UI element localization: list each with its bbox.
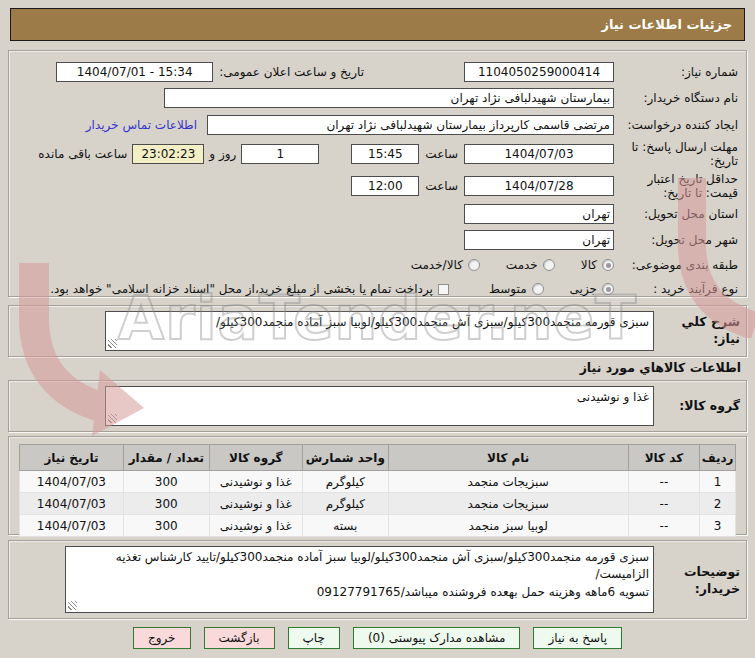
table-cell: غذا و نوشیدنی bbox=[209, 515, 302, 537]
remaining-time-field: 23:02:23 bbox=[132, 144, 204, 164]
col-item-name: نام کالا bbox=[388, 445, 628, 471]
table-cell: -- bbox=[628, 493, 700, 515]
delivery-province-field[interactable]: تهران bbox=[464, 204, 614, 224]
need-description-textarea[interactable]: سبزی قورمه منجمد300کیلو/سبزی آش منجمد300… bbox=[105, 311, 654, 351]
col-unit: واحد شمارش bbox=[302, 445, 388, 471]
col-quantity: تعداد / مقدار bbox=[123, 445, 209, 471]
radio-option-label: متوسط bbox=[489, 282, 527, 296]
buyer-org-field[interactable]: بیمارستان شهیدلبافی نژاد تهران bbox=[164, 88, 614, 108]
radio-option-label: کالا bbox=[581, 258, 597, 272]
need-number-field[interactable]: 1104050259000414 bbox=[464, 62, 614, 82]
table-cell: غذا و نوشیدنی bbox=[209, 493, 302, 515]
row-delivery-province: استان محل تحویل: تهران bbox=[15, 203, 738, 225]
radio-icon[interactable] bbox=[468, 259, 480, 271]
remaining-days-field: 1 bbox=[241, 144, 319, 164]
table-cell: 1 bbox=[700, 471, 736, 493]
radio-option-label: کالا/خدمت bbox=[411, 258, 463, 272]
checkbox-icon[interactable] bbox=[438, 284, 449, 295]
radio-icon[interactable] bbox=[532, 283, 544, 295]
table-cell: کیلوگرم bbox=[302, 493, 388, 515]
buyer-notes-textarea[interactable]: سبزی قورمه منجمد300کیلو/سبزی آش منجمد300… bbox=[65, 546, 654, 613]
table-cell: 3 bbox=[700, 515, 736, 537]
delivery-city-field[interactable]: تهران bbox=[464, 230, 614, 250]
table-row: 1--سبزیجات منجمدکیلوگرمغذا و نوشیدنی3001… bbox=[20, 471, 736, 493]
table-cell: 2 bbox=[700, 493, 736, 515]
respond-to-need-button[interactable]: پاسخ به نیاز bbox=[533, 627, 622, 649]
response-deadline-date-field[interactable]: 1404/07/03 bbox=[464, 144, 614, 164]
goods-group-panel: گروه کالا: غذا و نوشیدنی bbox=[8, 380, 747, 432]
col-group: گروه کالا bbox=[209, 445, 302, 471]
price-validity-hour-label: ساعت bbox=[425, 179, 458, 193]
remaining-suffix-label: ساعت باقی مانده bbox=[38, 147, 127, 161]
resize-grip-icon[interactable] bbox=[68, 601, 77, 610]
remaining-days-label: روز و bbox=[209, 147, 236, 161]
delivery-city-label: شهر محل تحویل: bbox=[614, 233, 738, 247]
treasury-checkbox-label: پرداخت تمام یا بخشی از مبلغ خرید،از محل … bbox=[50, 282, 433, 296]
request-creator-field[interactable]: مرتضی قاسمی کارپرداز بیمارستان شهیدلبافی… bbox=[207, 115, 614, 135]
radio-option-label: خدمت bbox=[506, 258, 538, 272]
radio-option-goods[interactable]: کالا bbox=[581, 258, 614, 272]
price-validity-time-field[interactable]: 12:00 bbox=[351, 176, 419, 196]
price-validity-date-field[interactable]: 1404/07/28 bbox=[464, 176, 614, 196]
goods-table-panel: ردیف کد کالا نام کالا واحد شمارش گروه کا… bbox=[8, 436, 747, 535]
need-description-label: شرح کلي نیاز: bbox=[654, 314, 740, 348]
table-cell: 1404/07/03 bbox=[20, 471, 124, 493]
delivery-province-label: استان محل تحویل: bbox=[614, 207, 738, 221]
radio-icon[interactable] bbox=[602, 283, 614, 295]
table-cell: سبزیجات منجمد bbox=[388, 471, 628, 493]
table-header-row: ردیف کد کالا نام کالا واحد شمارش گروه کا… bbox=[20, 445, 736, 471]
announce-datetime-field[interactable]: 1404/07/01 - 15:34 bbox=[56, 62, 213, 82]
table-cell: لوبیا سبز منجمد bbox=[388, 515, 628, 537]
table-cell: کیلوگرم bbox=[302, 471, 388, 493]
table-cell: 300 bbox=[123, 471, 209, 493]
radio-option-label: جزیی bbox=[570, 282, 597, 296]
page-title: جزئیات اطلاعات نیاز bbox=[10, 8, 745, 41]
row-request-creator: ایجاد کننده درخواست: مرتضی قاسمی کارپردا… bbox=[15, 113, 738, 137]
goods-section-header: اطلاعات کالاهاي مورد نیاز bbox=[580, 360, 741, 375]
row-buyer-org: نام دستگاه خریدار: بیمارستان شهیدلبافی ن… bbox=[15, 87, 738, 109]
resize-grip-icon[interactable] bbox=[108, 339, 117, 348]
print-button[interactable]: چاپ bbox=[288, 627, 340, 649]
request-creator-label: ایجاد کننده درخواست: bbox=[614, 118, 738, 132]
back-button[interactable]: بازگشت bbox=[204, 627, 275, 649]
resize-grip-icon[interactable] bbox=[108, 414, 117, 423]
radio-option-service[interactable]: خدمت bbox=[506, 258, 555, 272]
row-subject-class: طبقه بندی موضوعی: کالا خدمت کالا/خدمت bbox=[15, 255, 738, 275]
goods-group-textarea[interactable]: غذا و نوشیدنی bbox=[105, 386, 654, 426]
row-response-deadline: مهلت ارسال پاسخ: تا تاریخ: 1404/07/03 سا… bbox=[15, 139, 738, 169]
table-cell: 300 bbox=[123, 515, 209, 537]
row-delivery-city: شهر محل تحویل: تهران bbox=[15, 229, 738, 251]
action-button-bar: پاسخ به نیاز مشاهده مدارک پیوستی (0) چاپ… bbox=[0, 627, 755, 649]
table-cell: 1404/07/03 bbox=[20, 515, 124, 537]
need-number-label: شماره نیاز: bbox=[614, 65, 738, 79]
radio-icon[interactable] bbox=[543, 259, 555, 271]
buyer-notes-label: توضیحات خریدار: bbox=[654, 546, 740, 598]
page: جزئیات اطلاعات نیاز شماره نیاز: 11040502… bbox=[0, 0, 755, 658]
table-cell: 1404/07/03 bbox=[20, 493, 124, 515]
treasury-checkbox-group[interactable]: پرداخت تمام یا بخشی از مبلغ خرید،از محل … bbox=[50, 282, 449, 296]
radio-option-minor[interactable]: جزیی bbox=[570, 282, 614, 296]
row-purchase-type: نوع فرآیند خرید : جزیی متوسط پرداخت تمام… bbox=[15, 278, 738, 300]
table-cell: بسته bbox=[302, 515, 388, 537]
response-deadline-label: مهلت ارسال پاسخ: تا تاریخ: bbox=[614, 140, 738, 169]
need-description-panel: شرح کلي نیاز: سبزی قورمه منجمد300کیلو/سب… bbox=[8, 305, 747, 357]
row-need-number: شماره نیاز: 1104050259000414 تاریخ و ساع… bbox=[15, 61, 738, 83]
table-row: 3--لوبیا سبز منجمدبستهغذا و نوشیدنی30014… bbox=[20, 515, 736, 537]
radio-option-goods-service[interactable]: کالا/خدمت bbox=[411, 258, 480, 272]
purchase-type-label: نوع فرآیند خرید : bbox=[614, 282, 738, 296]
response-deadline-hour-label: ساعت bbox=[425, 147, 458, 161]
exit-button[interactable]: خروج bbox=[133, 627, 191, 649]
need-info-panel: شماره نیاز: 1104050259000414 تاریخ و ساع… bbox=[8, 50, 747, 297]
radio-icon[interactable] bbox=[602, 259, 614, 271]
price-validity-label: حداقل تاریخ اعتبار قیمت: تا تاریخ: bbox=[614, 172, 738, 201]
subject-class-label: طبقه بندی موضوعی: bbox=[614, 258, 738, 272]
table-cell: غذا و نوشیدنی bbox=[209, 471, 302, 493]
buyer-org-label: نام دستگاه خریدار: bbox=[614, 91, 738, 105]
table-cell: -- bbox=[628, 471, 700, 493]
table-row: 2--سبزیجات منجمدکیلوگرمغذا و نوشیدنی3001… bbox=[20, 493, 736, 515]
view-attachments-button[interactable]: مشاهده مدارک پیوستی (0) bbox=[353, 627, 521, 649]
buyer-contact-link[interactable]: اطلاعات تماس خریدار bbox=[86, 118, 197, 132]
radio-option-medium[interactable]: متوسط bbox=[489, 282, 544, 296]
goods-group-label: گروه کالا: bbox=[654, 398, 740, 415]
response-deadline-time-field[interactable]: 15:45 bbox=[351, 144, 419, 164]
